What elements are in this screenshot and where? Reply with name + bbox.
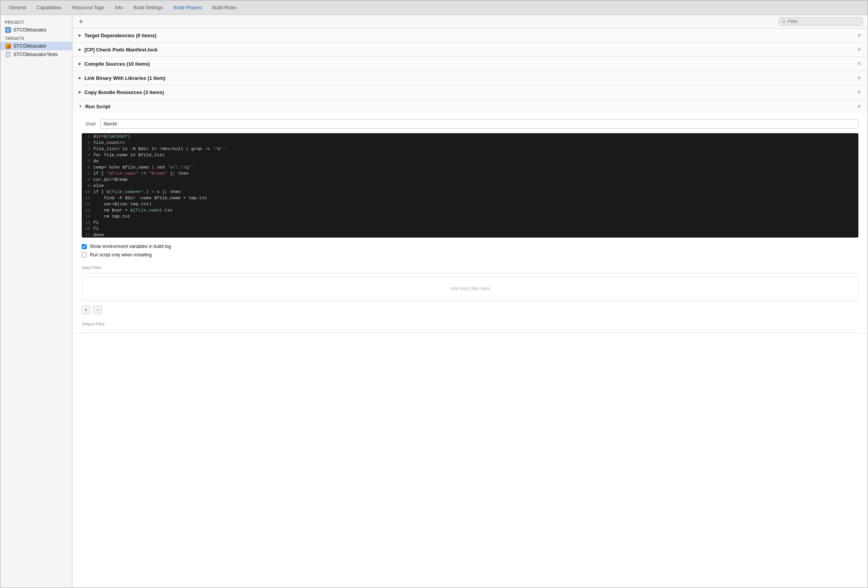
test-item-label: STCObfuscatorTests <box>13 52 58 57</box>
code-line-17: 17 done <box>82 231 858 238</box>
app-window: General Capabilities Resource Tags Info … <box>0 0 868 588</box>
input-files-placeholder: Add input files here <box>82 276 858 301</box>
line-content-10: if [ ${file_name##*.} = a ]; then <box>93 189 858 194</box>
sidebar-item-project[interactable]: STCObfuscator <box>0 26 72 34</box>
input-files-section: Input Files Add input files here + − <box>82 265 858 315</box>
tab-bar: General Capabilities Resource Tags Info … <box>0 0 868 15</box>
tab-resource-tags[interactable]: Resource Tags <box>67 3 109 13</box>
code-line-3: 3 file_list=`ls -R $dir 2> /dev/null | g… <box>82 145 858 152</box>
input-files-label: Input Files <box>82 265 858 270</box>
test-file-icon: 📄 <box>5 51 11 58</box>
phase-copy-bundle-close[interactable]: ✕ <box>857 89 861 95</box>
phase-compile-sources: ▶ Compile Sources (10 items) ✕ <box>73 57 868 71</box>
line-content-6: temp=`echo $file_name | sed 's/:.*/g'` <box>93 165 858 170</box>
line-content-3: file_list=`ls -R $dir 2> /dev/null | gre… <box>93 146 858 151</box>
phase-run-script-close[interactable]: ✕ <box>857 103 861 109</box>
line-content-1: dir=${SRCROOT} <box>93 134 858 139</box>
phase-copy-bundle-header[interactable]: ▶ Copy Bundle Resources (3 items) ✕ <box>73 85 868 99</box>
output-files-label: Output Files <box>82 322 858 326</box>
tab-build-settings[interactable]: Build Settings <box>128 3 168 13</box>
checkbox-env[interactable] <box>82 244 87 249</box>
remove-input-file-button[interactable]: − <box>93 306 102 314</box>
line-num-14: 14 <box>82 214 93 219</box>
checkbox-install-label: Run script only when installing <box>90 252 152 258</box>
add-input-file-button[interactable]: + <box>82 306 90 314</box>
line-num-13: 13 <box>82 208 93 213</box>
output-files-divider <box>82 329 858 330</box>
code-line-11: 11 find -P $dir -name $file_name > tmp.t… <box>82 195 858 201</box>
line-content-7: if [ "$file_name" != "$temp" ]; then <box>93 171 858 176</box>
targets-section-label: TARGETS <box>0 34 72 42</box>
filter-input[interactable] <box>788 19 860 24</box>
project-icon <box>5 27 11 33</box>
line-content-2: file_count=0 <box>93 140 858 145</box>
line-content-13: nm $var > ${file_name}.txt <box>93 208 858 213</box>
sidebar-item-stcobfuscator[interactable]: STCObfuscator <box>0 42 72 50</box>
code-line-1: 1 dir=${SRCROOT} <box>82 133 858 139</box>
tab-build-phases[interactable]: Build Phases <box>168 3 207 13</box>
phase-run-script-title: Run Script <box>85 104 111 109</box>
code-editor[interactable]: 1 dir=${SRCROOT} 2 file_count=0 3 file_l… <box>82 133 858 238</box>
checkbox-install[interactable] <box>82 253 87 258</box>
phase-compile-sources-title: Compile Sources (10 items) <box>84 61 150 67</box>
project-section-label: PROJECT <box>0 18 72 26</box>
line-num-3: 3 <box>82 146 93 151</box>
sidebar-item-tests[interactable]: 📄 STCObfuscatorTests <box>0 50 72 59</box>
output-files-section: Output Files <box>82 322 858 330</box>
line-num-15: 15 <box>82 220 93 225</box>
phase-target-deps-header[interactable]: ▶ Target Dependencies (0 items) ✕ <box>73 28 868 42</box>
code-line-14: 14 rm tmp.txt <box>82 213 858 219</box>
line-num-10: 10 <box>82 189 93 194</box>
project-item-label: STCObfuscator <box>13 27 46 33</box>
line-num-9: 9 <box>82 183 93 188</box>
line-num-11: 11 <box>82 195 93 200</box>
tab-general[interactable]: General <box>3 3 31 13</box>
run-script-content: Shell 1 dir=${SRCROOT} 2 file_count=0 <box>73 113 868 330</box>
line-num-12: 12 <box>82 202 93 206</box>
target-item-label: STCObfuscator <box>13 43 46 49</box>
tab-build-rules[interactable]: Build Rules <box>207 3 242 13</box>
phase-target-deps-close[interactable]: ✕ <box>857 32 861 38</box>
shell-row: Shell <box>82 119 858 129</box>
phase-link-binary-header[interactable]: ▶ Link Binary With Libraries (1 item) ✕ <box>73 71 868 85</box>
triangle-icon-6: ▼ <box>79 104 82 108</box>
phase-link-binary-title: Link Binary With Libraries (1 item) <box>84 75 165 81</box>
line-num-5: 5 <box>82 159 93 164</box>
phase-target-deps: ▶ Target Dependencies (0 items) ✕ <box>73 28 868 43</box>
phase-compile-sources-close[interactable]: ✕ <box>857 61 861 67</box>
code-line-2: 2 file_count=0 <box>82 139 858 145</box>
triangle-icon-5: ▶ <box>79 90 81 94</box>
code-line-7: 7 if [ "$file_name" != "$temp" ]; then <box>82 170 858 176</box>
content-area: + ⊙ ▶ Target Dependencies (0 items) ✕ ▶ <box>73 15 868 588</box>
shell-label: Shell <box>82 121 96 127</box>
phase-target-deps-title: Target Dependencies (0 items) <box>84 33 157 38</box>
phase-link-binary-close[interactable]: ✕ <box>857 75 861 81</box>
filter-icon: ⊙ <box>782 19 786 24</box>
phase-compile-sources-header[interactable]: ▶ Compile Sources (10 items) ✕ <box>73 57 868 71</box>
line-content-15: fi <box>93 220 858 225</box>
line-content-16: fi <box>93 226 858 231</box>
line-num-2: 2 <box>82 140 93 145</box>
code-line-15: 15 fi <box>82 219 858 225</box>
add-phase-button[interactable]: + <box>77 18 85 25</box>
code-line-13: 13 nm $var > ${file_name}.txt <box>82 207 858 213</box>
line-num-16: 16 <box>82 226 93 231</box>
code-line-10: 10 if [ ${file_name##*.} = a ]; then <box>82 188 858 195</box>
triangle-icon: ▶ <box>79 33 81 37</box>
code-line-16: 16 fi <box>82 225 858 231</box>
line-content-8: cur_dir=$temp <box>93 177 858 182</box>
line-content-11: find -P $dir -name $file_name > tmp.txt <box>93 195 858 200</box>
line-num-6: 6 <box>82 165 93 170</box>
phase-check-pods: ▶ [CP] Check Pods Manifest.lock ✕ <box>73 43 868 57</box>
code-line-9: 9 else <box>82 182 858 188</box>
shell-input[interactable] <box>100 119 858 129</box>
phase-check-pods-close[interactable]: ✕ <box>857 46 861 53</box>
phase-copy-bundle-title: Copy Bundle Resources (3 items) <box>84 89 164 95</box>
triangle-icon-3: ▶ <box>79 62 81 66</box>
tab-capabilities[interactable]: Capabilities <box>31 3 67 13</box>
tab-info[interactable]: Info <box>109 3 128 13</box>
code-line-5: 5 do <box>82 158 858 164</box>
phase-run-script-header[interactable]: ▼ Run Script ✕ <box>73 99 868 113</box>
phase-check-pods-header[interactable]: ▶ [CP] Check Pods Manifest.lock ✕ <box>73 43 868 56</box>
checkbox-env-row: Show environment variables in build log <box>82 242 858 251</box>
